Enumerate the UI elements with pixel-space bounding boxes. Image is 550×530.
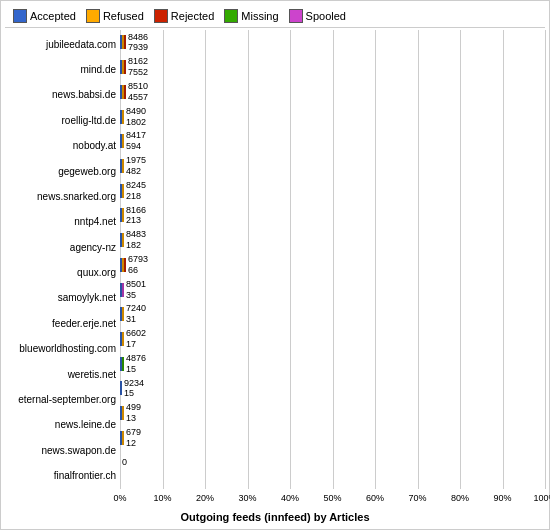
bar-row: 679366 bbox=[120, 256, 545, 274]
grid-line bbox=[545, 30, 546, 489]
legend-item-rejected: Rejected bbox=[154, 9, 214, 23]
bar-value-label: 850135 bbox=[126, 279, 146, 301]
legend-label: Refused bbox=[103, 10, 144, 22]
y-label: feeder.erje.net bbox=[5, 315, 116, 333]
legend-color-refused bbox=[86, 9, 100, 23]
bar-segment-accepted bbox=[120, 381, 122, 395]
x-tick: 0% bbox=[113, 493, 126, 503]
x-tick: 90% bbox=[493, 493, 511, 503]
bar-value-label: 84901802 bbox=[126, 106, 146, 128]
bar-stack bbox=[120, 258, 126, 272]
bar-segment-refused bbox=[122, 184, 124, 198]
bar-row: 487615 bbox=[120, 355, 545, 373]
legend: AcceptedRefusedRejectedMissingSpooled bbox=[5, 5, 545, 28]
bar-segment-refused bbox=[122, 159, 124, 173]
bar-value-label: 8166213 bbox=[126, 205, 146, 227]
bar-row: 1975482 bbox=[120, 157, 545, 175]
bar-row: 67912 bbox=[120, 429, 545, 447]
bar-value-label: 85104557 bbox=[128, 81, 148, 103]
y-label: news.leine.de bbox=[5, 416, 116, 434]
bars-wrapper: jubileedata.commind.denews.babsi.deroell… bbox=[5, 28, 545, 525]
bar-stack bbox=[120, 406, 124, 420]
bar-stack bbox=[120, 85, 126, 99]
y-label: mind.de bbox=[5, 61, 116, 79]
bar-row: 8483182 bbox=[120, 231, 545, 249]
y-label: weretis.net bbox=[5, 366, 116, 384]
y-label: agency-nz bbox=[5, 239, 116, 257]
x-tick: 20% bbox=[196, 493, 214, 503]
y-label: finalfrontier.ch bbox=[5, 467, 116, 485]
bar-value-label: 679366 bbox=[128, 254, 148, 276]
y-label: samoylyk.net bbox=[5, 289, 116, 307]
chart-area: jubileedata.commind.denews.babsi.deroell… bbox=[5, 28, 545, 509]
x-tick: 60% bbox=[366, 493, 384, 503]
legend-item-spooled: Spooled bbox=[289, 9, 346, 23]
legend-item-refused: Refused bbox=[86, 9, 144, 23]
bar-value-label: 81627552 bbox=[128, 56, 148, 78]
bar-value-label: 660217 bbox=[126, 328, 146, 350]
bar-segment-spooled bbox=[122, 283, 124, 297]
bar-segment-missing bbox=[122, 357, 124, 371]
bar-value-label: 0 bbox=[122, 457, 127, 468]
y-label: news.babsi.de bbox=[5, 86, 116, 104]
bar-row: 8417594 bbox=[120, 132, 545, 150]
bar-stack bbox=[120, 134, 124, 148]
legend-label: Accepted bbox=[30, 10, 76, 22]
bar-segment-refused bbox=[122, 208, 124, 222]
y-label: jubileedata.com bbox=[5, 36, 116, 54]
bar-row: 8166213 bbox=[120, 206, 545, 224]
y-label: blueworldhosting.com bbox=[5, 340, 116, 358]
bar-segment-rejected bbox=[124, 60, 126, 74]
y-label: roellig-ltd.de bbox=[5, 112, 116, 130]
bar-stack bbox=[120, 60, 126, 74]
bar-value-label: 8483182 bbox=[126, 229, 146, 251]
y-label: quux.org bbox=[5, 264, 116, 282]
bar-stack bbox=[120, 357, 124, 371]
bar-stack bbox=[120, 233, 124, 247]
bar-stack bbox=[120, 431, 124, 445]
bar-value-label: 487615 bbox=[126, 353, 146, 375]
y-label: eternal-september.org bbox=[5, 391, 116, 409]
x-axis-title: Outgoing feeds (innfeed) by Articles bbox=[5, 509, 545, 525]
bar-row: 660217 bbox=[120, 330, 545, 348]
bar-stack bbox=[120, 307, 124, 321]
x-axis: 0%10%20%30%40%50%60%70%80%90%100% bbox=[120, 493, 545, 507]
y-label: nntp4.net bbox=[5, 213, 116, 231]
x-tick: 30% bbox=[238, 493, 256, 503]
bar-segment-refused bbox=[122, 233, 124, 247]
x-tick: 10% bbox=[153, 493, 171, 503]
bar-row: 850135 bbox=[120, 281, 545, 299]
bar-row: 49913 bbox=[120, 404, 545, 422]
legend-label: Spooled bbox=[306, 10, 346, 22]
bar-row: 0 bbox=[120, 454, 545, 472]
bar-stack bbox=[120, 208, 124, 222]
bar-stack bbox=[120, 184, 124, 198]
bar-stack bbox=[120, 332, 124, 346]
bar-stack bbox=[120, 283, 124, 297]
bar-row: 84901802 bbox=[120, 108, 545, 126]
bar-segment-rejected bbox=[124, 85, 126, 99]
x-tick: 50% bbox=[323, 493, 341, 503]
legend-item-missing: Missing bbox=[224, 9, 278, 23]
legend-color-rejected bbox=[154, 9, 168, 23]
bar-value-label: 49913 bbox=[126, 402, 141, 424]
bar-row: 923415 bbox=[120, 379, 545, 397]
bars-area: 8486793981627552851045578490180284175941… bbox=[120, 30, 545, 507]
y-label: nobody.at bbox=[5, 137, 116, 155]
y-label: news.swapon.de bbox=[5, 442, 116, 460]
bar-row: 84867939 bbox=[120, 33, 545, 51]
bar-row: 724031 bbox=[120, 305, 545, 323]
x-tick: 70% bbox=[408, 493, 426, 503]
legend-label: Missing bbox=[241, 10, 278, 22]
legend-color-spooled bbox=[289, 9, 303, 23]
bar-stack bbox=[120, 381, 122, 395]
y-label: news.snarked.org bbox=[5, 188, 116, 206]
legend-item-accepted: Accepted bbox=[13, 9, 76, 23]
x-tick: 40% bbox=[281, 493, 299, 503]
y-label: gegeweb.org bbox=[5, 163, 116, 181]
bar-value-label: 923415 bbox=[124, 378, 144, 400]
y-axis: jubileedata.commind.denews.babsi.deroell… bbox=[5, 30, 120, 507]
bar-segment-refused bbox=[122, 307, 124, 321]
bar-segment-refused bbox=[122, 332, 124, 346]
bar-stack bbox=[120, 159, 124, 173]
